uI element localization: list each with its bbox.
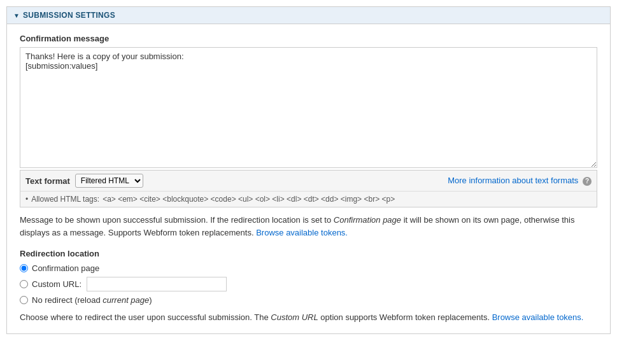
radio-confirmation-page: Confirmation page bbox=[20, 263, 597, 273]
radio-custom-url: Custom URL: bbox=[20, 277, 597, 291]
allowed-tags-label: Allowed HTML tags: bbox=[31, 195, 99, 204]
help-icon[interactable]: ? bbox=[583, 177, 592, 186]
message-description: Message to be shown upon successful subm… bbox=[20, 214, 597, 239]
radio-confirmation-page-label[interactable]: Confirmation page bbox=[32, 263, 99, 273]
bullet-dot: • bbox=[25, 195, 28, 204]
radio-no-redirect: No redirect (reload current page) bbox=[20, 295, 597, 305]
text-format-bar: Text format Filtered HTML Plain text Ful… bbox=[20, 170, 597, 207]
more-info-container: More information about text formats ? bbox=[448, 176, 592, 186]
browse-tokens-link-2[interactable]: Browse available tokens. bbox=[492, 312, 584, 322]
confirmation-message-label: Confirmation message bbox=[20, 34, 597, 43]
radio-confirmation-page-input[interactable] bbox=[20, 264, 28, 272]
text-format-label: Text format bbox=[25, 176, 70, 186]
browse-tokens-link-1[interactable]: Browse available tokens. bbox=[256, 228, 348, 237]
text-format-select[interactable]: Filtered HTML Plain text Full HTML bbox=[75, 174, 143, 188]
text-format-top: Text format Filtered HTML Plain text Ful… bbox=[20, 171, 597, 192]
custom-url-input[interactable] bbox=[87, 277, 227, 291]
radio-no-redirect-input[interactable] bbox=[20, 296, 28, 304]
redirection-section: Redirection location Confirmation page C… bbox=[20, 249, 597, 324]
redirect-desc-italic: Custom URL bbox=[271, 312, 318, 322]
text-format-left: Text format Filtered HTML Plain text Ful… bbox=[25, 174, 143, 188]
section-body: Confirmation message Thanks! Here is a c… bbox=[7, 24, 610, 333]
allowed-tags-row: • Allowed HTML tags: <a> <em> <cite> <bl… bbox=[20, 192, 597, 207]
confirmation-textarea-wrapper: Thanks! Here is a copy of your submissio… bbox=[20, 47, 597, 170]
redirect-desc-middle: option supports Webform token replacemen… bbox=[318, 312, 492, 322]
radio-custom-url-label[interactable]: Custom URL: bbox=[32, 279, 82, 289]
submission-settings-panel: ▼ SUBMISSION SETTINGS Confirmation messa… bbox=[6, 6, 611, 334]
desc-italic: Confirmation page bbox=[334, 215, 401, 225]
current-page-italic: current page bbox=[103, 295, 149, 305]
allowed-tags-value: <a> <em> <cite> <blockquote> <code> <ul>… bbox=[103, 195, 395, 204]
desc-text-before: Message to be shown upon successful subm… bbox=[20, 215, 334, 225]
collapse-icon[interactable]: ▼ bbox=[13, 12, 20, 19]
section-header: ▼ SUBMISSION SETTINGS bbox=[7, 7, 610, 24]
confirmation-textarea[interactable]: Thanks! Here is a copy of your submissio… bbox=[20, 47, 597, 168]
radio-no-redirect-label[interactable]: No redirect (reload current page) bbox=[32, 295, 152, 305]
redirect-desc-before: Choose where to redirect the user upon s… bbox=[20, 312, 271, 322]
radio-custom-url-input[interactable] bbox=[20, 280, 28, 288]
redirect-description: Choose where to redirect the user upon s… bbox=[20, 311, 597, 324]
more-info-link[interactable]: More information about text formats bbox=[448, 176, 578, 185]
section-title: SUBMISSION SETTINGS bbox=[23, 11, 115, 20]
redirection-label: Redirection location bbox=[20, 249, 597, 258]
